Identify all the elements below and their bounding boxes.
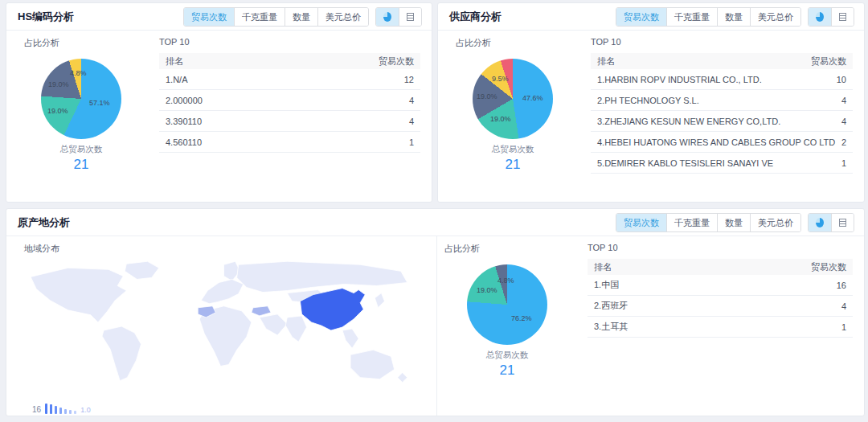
supplier-pie-chart[interactable]: 47.6% 19.0% 19.0% 9.5% <box>473 59 553 139</box>
world-map[interactable] <box>19 257 425 394</box>
origin-pie-chart[interactable]: 76.2% 19.0% 4.8% <box>467 264 547 345</box>
metric-button-kg-weight[interactable]: 千克重量 <box>666 214 717 231</box>
pie-slice-label: 19.0% <box>477 286 497 294</box>
value-column-header: 贸易次数 <box>811 55 846 68</box>
map-visual-legend[interactable]: 16 1.0 <box>32 404 91 414</box>
table-row: 5.DEMIRER KABLO TESISLERI SANAYI VE1 <box>591 153 853 174</box>
metric-button-quantity[interactable]: 数量 <box>285 8 317 26</box>
origin-share-block: 占比分析 76.2% 19.0% 4.8% 总贸易次数 21 <box>437 236 577 416</box>
panel-supplier-analysis: 供应商分析 贸易次数 千克重量 数量 美元总价 占比分析 47.6% 19.0%… <box>437 2 865 203</box>
panel-hs-code-analysis: HS编码分析 贸易次数 千克重量 数量 美元总价 占比分析 57.1% 19.0… <box>6 2 432 203</box>
supplier-pie-wrap: 47.6% 19.0% 19.0% 9.5% <box>469 59 557 139</box>
map-landmass <box>125 261 158 279</box>
value-cell: 1 <box>841 322 846 332</box>
list-icon <box>839 219 846 227</box>
hs-panel-body: 占比分析 57.1% 19.0% 19.0% 4.8% 总贸易次数 21 TOP… <box>6 31 432 173</box>
total-trades-value: 21 <box>438 157 588 173</box>
supplier-share-block: 占比分析 47.6% 19.0% 19.0% 9.5% 总贸易次数 21 <box>438 31 588 174</box>
hs-total: 总贸易次数 21 <box>6 144 156 173</box>
table-row: 1.中国16 <box>588 275 853 296</box>
map-landmass <box>350 350 395 379</box>
metric-button-usd-total[interactable]: 美元总价 <box>317 8 368 26</box>
metric-button-group: 贸易次数 千克重量 数量 美元总价 <box>616 213 801 232</box>
rank-cell: 3.土耳其 <box>594 321 628 333</box>
legend-bar <box>74 411 76 414</box>
value-column-header: 贸易次数 <box>379 55 414 68</box>
legend-bar <box>69 410 72 414</box>
table-icon <box>407 13 414 21</box>
value-cell: 4 <box>409 96 414 105</box>
supplier-top10-table: 排名 贸易次数 1.HARBIN ROPV INDUSTRIAL CO., LT… <box>591 53 853 174</box>
legend-bar <box>45 404 47 414</box>
rank-cell: 2.西班牙 <box>594 300 628 312</box>
top10-label: TOP 10 <box>588 243 853 252</box>
metric-button-trade-count[interactable]: 贸易次数 <box>184 8 234 26</box>
rank-cell: 4.560110 <box>166 137 202 147</box>
legend-bar <box>55 406 57 414</box>
panel-origin-analysis: 原产地分析 贸易次数 千克重量 数量 美元总价 地域分布 <box>6 208 865 416</box>
pie-slice-label: 57.1% <box>89 99 110 107</box>
value-cell: 4 <box>841 301 846 311</box>
map-landmass <box>102 326 141 381</box>
table-row: 2.PH TECHNOLOGY S.L.4 <box>591 90 853 111</box>
hs-panel-title: HS编码分析 <box>18 10 74 24</box>
share-analysis-label: 占比分析 <box>444 243 577 255</box>
table-row: 4.5601101 <box>159 132 420 153</box>
top10-label: TOP 10 <box>159 37 420 47</box>
hs-top10-table: 排名 贸易次数 1.N/A12 2.0000004 3.3901104 4.56… <box>159 53 420 153</box>
table-view-button[interactable] <box>399 8 421 26</box>
table-row: 2.西班牙4 <box>588 296 853 317</box>
metric-button-kg-weight[interactable]: 千克重量 <box>234 8 285 26</box>
hs-pie-chart[interactable]: 57.1% 19.0% 19.0% 4.8% <box>41 59 121 139</box>
pie-slice-label: 19.0% <box>477 92 497 100</box>
value-cell: 4 <box>841 96 846 105</box>
origin-panel-controls: 贸易次数 千克重量 数量 美元总价 <box>616 213 854 232</box>
value-column-header: 贸易次数 <box>811 261 846 273</box>
table-view-button[interactable] <box>831 8 854 26</box>
metric-button-trade-count[interactable]: 贸易次数 <box>616 214 666 231</box>
pie-slice-label: 4.8% <box>497 277 514 285</box>
value-cell: 1 <box>841 158 846 168</box>
hs-panel-header: HS编码分析 贸易次数 千克重量 数量 美元总价 <box>6 3 432 31</box>
table-row: 3.ZHEJIANG KESUN NEW ENERGY CO,LTD.4 <box>591 111 853 132</box>
share-analysis-label: 占比分析 <box>456 37 588 49</box>
total-trades-value: 21 <box>437 363 577 379</box>
metric-button-usd-total[interactable]: 美元总价 <box>750 214 800 231</box>
table-header-row: 排名 贸易次数 <box>588 259 853 275</box>
supplier-panel-controls: 贸易次数 千克重量 数量 美元总价 <box>616 7 854 27</box>
rank-column-header: 排名 <box>597 55 615 68</box>
legend-max-value: 16 <box>32 405 41 414</box>
top10-label: TOP 10 <box>591 37 853 47</box>
supplier-total: 总贸易次数 21 <box>438 144 588 173</box>
origin-map-section: 地域分布 <box>6 236 437 416</box>
metric-button-quantity[interactable]: 数量 <box>717 214 750 231</box>
supplier-panel-title: 供应商分析 <box>449 10 502 24</box>
rank-cell: 1.中国 <box>594 279 619 291</box>
pie-view-button[interactable] <box>809 214 831 231</box>
metric-button-quantity[interactable]: 数量 <box>717 8 750 26</box>
metric-button-usd-total[interactable]: 美元总价 <box>750 8 800 26</box>
pie-slice-label: 76.2% <box>511 314 532 322</box>
pie-chart-icon <box>816 12 824 22</box>
legend-min-value: 1.0 <box>80 406 91 414</box>
map-region-turkey[interactable] <box>252 306 271 316</box>
metric-button-trade-count[interactable]: 贸易次数 <box>616 8 666 26</box>
supplier-panel-header: 供应商分析 贸易次数 千克重量 数量 美元总价 <box>438 3 864 31</box>
legend-bar <box>59 408 62 414</box>
map-landmass <box>342 329 358 348</box>
supplier-top10-block: TOP 10 排名 贸易次数 1.HARBIN ROPV INDUSTRIAL … <box>588 31 864 174</box>
list-view-button[interactable] <box>831 214 854 231</box>
origin-panel-body: 地域分布 <box>6 236 864 416</box>
view-toggle-group <box>808 7 854 27</box>
origin-panel-header: 原产地分析 贸易次数 千克重量 数量 美元总价 <box>6 209 864 236</box>
total-trades-label: 总贸易次数 <box>438 144 588 155</box>
pie-view-button[interactable] <box>376 8 399 26</box>
rank-cell: 3.ZHEJIANG KESUN NEW ENERGY CO,LTD. <box>597 117 780 126</box>
total-trades-value: 21 <box>6 157 156 173</box>
pie-view-button[interactable] <box>809 8 831 26</box>
origin-total: 总贸易次数 21 <box>437 350 577 379</box>
map-landmass <box>375 293 384 308</box>
origin-panel-title: 原产地分析 <box>18 215 70 230</box>
rank-cell: 1.HARBIN ROPV INDUSTRIAL CO., LTD. <box>597 75 762 84</box>
metric-button-kg-weight[interactable]: 千克重量 <box>666 8 717 26</box>
